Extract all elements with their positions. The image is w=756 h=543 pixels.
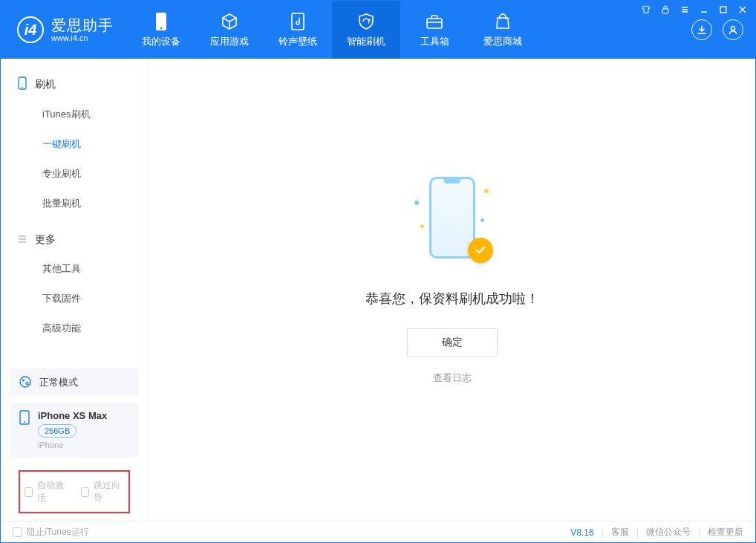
checkbox-label: 跳过向导 xyxy=(94,479,124,504)
menu-icon[interactable] xyxy=(679,4,691,15)
tab-apps-games[interactable]: 应用游戏 xyxy=(195,1,264,59)
sidebar-item-pro-flash[interactable]: 专业刷机 xyxy=(1,159,148,189)
tab-toolbox[interactable]: 工具箱 xyxy=(400,1,469,59)
app-logo: i4 爱思助手 www.i4.cn xyxy=(1,1,127,59)
sidebar-item-advanced[interactable]: 高级功能 xyxy=(1,313,148,343)
toolbox-icon xyxy=(425,12,444,31)
checkbox-label: 自动激活 xyxy=(37,479,68,504)
refresh-shield-icon xyxy=(356,12,376,31)
checkbox-block-itunes[interactable]: 阻止iTunes运行 xyxy=(13,526,89,539)
sidebar-group-title: 更多 xyxy=(35,233,56,247)
sidebar: 刷机 iTunes刷机 一键刷机 专业刷机 批量刷机 更多 其他工具 下载固件 … xyxy=(1,59,149,521)
svg-point-1 xyxy=(160,27,163,29)
status-bar: 阻止iTunes运行 V8.16 | 客服 | 微信公众号 | 检查更新 xyxy=(1,521,755,543)
success-illustration xyxy=(411,172,493,269)
sidebar-item-batch-flash[interactable]: 批量刷机 xyxy=(1,189,148,218)
sidebar-item-download-firmware[interactable]: 下载固件 xyxy=(1,284,148,313)
window-controls xyxy=(640,4,749,15)
tab-label: 爱思商城 xyxy=(483,35,522,48)
user-icon[interactable] xyxy=(723,19,743,40)
flash-options-box: 自动激活 跳过向导 xyxy=(19,470,130,513)
device-icon xyxy=(151,12,171,31)
app-subtitle: www.i4.cn xyxy=(51,33,114,42)
music-file-icon xyxy=(288,12,307,31)
status-link-check-update[interactable]: 检查更新 xyxy=(708,526,743,539)
download-icon[interactable] xyxy=(691,19,712,40)
tab-label: 智能刷机 xyxy=(347,35,385,48)
logo-badge-icon: i4 xyxy=(17,16,44,43)
device-name: iPhone XS Max xyxy=(38,410,107,421)
status-link-wechat[interactable]: 微信公众号 xyxy=(646,526,691,539)
ok-button[interactable]: 确定 xyxy=(407,328,498,357)
tab-ringtones-wallpapers[interactable]: 铃声壁纸 xyxy=(264,1,332,59)
tab-my-device[interactable]: 我的设备 xyxy=(127,1,195,59)
svg-rect-5 xyxy=(662,9,668,13)
svg-point-10 xyxy=(22,379,25,381)
sidebar-group-flash: 刷机 xyxy=(1,69,148,100)
maximize-icon[interactable] xyxy=(717,4,729,15)
sidebar-item-itunes-flash[interactable]: iTunes刷机 xyxy=(1,100,148,129)
checkbox-label: 阻止iTunes运行 xyxy=(27,526,89,539)
sidebar-group-title: 刷机 xyxy=(35,78,56,91)
device-sub: iPhone xyxy=(38,440,107,449)
version-label: V8.16 xyxy=(570,527,593,538)
mode-card[interactable]: 正常模式 xyxy=(10,368,139,397)
checkbox-auto-activate[interactable]: 自动激活 xyxy=(25,479,68,504)
mode-label: 正常模式 xyxy=(39,376,78,389)
device-card[interactable]: iPhone XS Max 256GB iPhone xyxy=(10,403,139,458)
svg-point-4 xyxy=(731,26,734,30)
svg-rect-6 xyxy=(720,7,726,13)
device-capacity-badge: 256GB xyxy=(38,424,76,438)
tab-label: 铃声壁纸 xyxy=(278,35,317,48)
tab-smart-flash[interactable]: 智能刷机 xyxy=(332,1,400,59)
cube-icon xyxy=(220,12,239,31)
status-link-support[interactable]: 客服 xyxy=(611,526,629,539)
tab-label: 我的设备 xyxy=(142,35,180,48)
device-small-icon xyxy=(19,410,30,449)
header-tabs: 我的设备 应用游戏 铃声壁纸 智能刷机 工具箱 爱思商城 xyxy=(127,1,537,59)
bag-icon xyxy=(493,12,512,31)
svg-point-8 xyxy=(22,87,23,88)
minimize-icon[interactable] xyxy=(698,4,710,15)
tab-label: 工具箱 xyxy=(420,35,449,48)
sidebar-item-other-tools[interactable]: 其他工具 xyxy=(1,254,148,284)
check-badge-icon xyxy=(468,238,493,263)
phone-small-icon xyxy=(17,77,27,92)
app-title: 爱思助手 xyxy=(51,17,114,33)
view-log-link[interactable]: 查看日志 xyxy=(433,371,472,385)
shirt-icon[interactable] xyxy=(640,4,652,15)
main-content: 恭喜您，保资料刷机成功啦！ 确定 查看日志 xyxy=(149,59,755,521)
success-message: 恭喜您，保资料刷机成功啦！ xyxy=(365,290,539,308)
app-header: i4 爱思助手 www.i4.cn 我的设备 应用游戏 铃声壁纸 智能刷机 工具… xyxy=(1,1,755,59)
tab-store[interactable]: 爱思商城 xyxy=(469,1,537,59)
svg-point-13 xyxy=(24,421,25,423)
mode-icon xyxy=(19,375,32,391)
svg-rect-3 xyxy=(427,19,442,28)
checkbox-skip-guide[interactable]: 跳过向导 xyxy=(81,479,124,504)
tab-label: 应用游戏 xyxy=(210,35,249,48)
close-icon[interactable] xyxy=(737,4,749,15)
svg-point-11 xyxy=(26,382,28,384)
sidebar-item-onekey-flash[interactable]: 一键刷机 xyxy=(1,129,148,159)
svg-point-9 xyxy=(20,377,30,387)
list-icon xyxy=(17,234,27,247)
sidebar-group-more: 更多 xyxy=(1,226,148,254)
lock-icon[interactable] xyxy=(659,4,671,15)
